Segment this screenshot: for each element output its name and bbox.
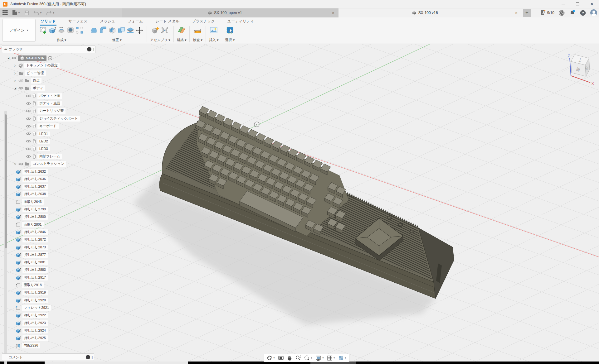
visibility-eye-icon[interactable] <box>18 162 23 165</box>
visibility-eye-icon[interactable] <box>12 56 17 60</box>
feature-label[interactable]: 押し出し2917 <box>22 275 48 280</box>
feature-row-extrude[interactable]: 押し出し2923 <box>2 319 95 327</box>
expander-collapsed-icon[interactable]: ▷ <box>13 162 17 165</box>
minimize-button[interactable] <box>556 0 570 8</box>
browser-node-label[interactable]: ドキュメントの設定 <box>24 63 60 68</box>
browser-row[interactable]: ▷ドキュメントの設定 <box>2 62 95 69</box>
visibility-eye-icon[interactable] <box>26 109 31 113</box>
feature-row-extrude[interactable]: 押し出し2638 <box>2 190 95 198</box>
browser-node-label[interactable]: ジョイスティックポート <box>37 116 80 122</box>
feature-label[interactable]: 押し出し2925 <box>22 335 48 341</box>
visibility-eye-icon[interactable] <box>26 147 31 151</box>
feature-row-extrude[interactable]: 押し出し2919 <box>2 289 95 296</box>
feature-row-extrude[interactable]: 押し出し2877 <box>2 251 95 259</box>
feature-row-extrude[interactable]: 押し出し2883 <box>2 266 95 274</box>
browser-node-label[interactable]: キーボード <box>37 123 59 129</box>
visibility-eye-icon[interactable] <box>26 117 31 120</box>
browser-node-label[interactable]: ビュー管理 <box>25 70 46 76</box>
visibility-eye-icon[interactable] <box>26 140 31 143</box>
extrude-icon[interactable] <box>48 26 56 34</box>
expander-collapsed-icon[interactable]: ▷ <box>13 64 17 67</box>
feature-row-fillet[interactable]: フィレット2921 <box>2 304 95 312</box>
feature-row-extrude[interactable]: 押し出し2637 <box>2 183 95 190</box>
document-tab-inactive[interactable]: SX-100_open v1 × <box>122 8 339 17</box>
tab-close-icon[interactable]: × <box>330 11 337 15</box>
browser-row[interactable]: ジョイスティックポート <box>2 115 95 122</box>
ribbon-tab-solid[interactable]: ソリッド <box>40 18 56 25</box>
feature-label[interactable]: 押し出し2873 <box>22 245 48 250</box>
notifications-bell-icon[interactable] <box>569 10 576 16</box>
pan-icon[interactable] <box>287 355 292 361</box>
feature-row-extrude[interactable]: 押し出し2920 <box>2 297 95 304</box>
close-button[interactable]: ✕ <box>585 0 599 8</box>
combine-icon[interactable] <box>117 26 125 34</box>
move-icon[interactable] <box>135 26 144 34</box>
look-at-icon[interactable] <box>278 355 284 361</box>
visibility-eye-icon[interactable] <box>26 132 31 135</box>
ribbon-group-label[interactable]: 構築 ▾ <box>177 38 187 43</box>
browser-node-label[interactable]: ボディ・底面 <box>37 101 62 106</box>
feature-row-draft[interactable]: 勾配2926 <box>2 342 95 349</box>
feature-row-extrude[interactable]: 押し出し2636 <box>2 175 95 183</box>
ribbon-tab-2[interactable]: メッシュ <box>99 18 116 25</box>
create-sketch-icon[interactable] <box>39 26 47 34</box>
ribbon-group-label[interactable]: 作成 ▾ <box>57 38 66 43</box>
zoom-icon[interactable] <box>295 355 301 361</box>
help-icon[interactable]: ? <box>580 10 586 16</box>
insert-image-icon[interactable] <box>210 26 218 34</box>
browser-node-label[interactable]: 内部フレーム <box>37 154 62 159</box>
feature-row-extrude[interactable]: 押し出し2917 <box>2 274 95 281</box>
new-tab-button[interactable]: + <box>523 9 531 17</box>
feature-label[interactable]: 押し出し2637 <box>22 184 48 189</box>
browser-row[interactable]: ◢SX-100 v16 <box>2 54 95 62</box>
ribbon-tab-4[interactable]: シート メタル <box>155 18 180 25</box>
feature-row-extrude[interactable]: 押し出し2873 <box>2 243 95 251</box>
feature-label[interactable]: 勾配2926 <box>22 343 40 348</box>
panel-grip-icon[interactable]: ∥ <box>93 48 94 51</box>
feature-label[interactable]: 面取り2801 <box>22 222 44 228</box>
browser-node-label[interactable]: LED2 <box>37 139 50 144</box>
browser-node-label[interactable]: LED3 <box>37 146 50 151</box>
visibility-eye-icon[interactable] <box>26 102 31 105</box>
feature-label[interactable]: 押し出し2877 <box>22 252 48 258</box>
feature-label[interactable]: フィレット2921 <box>22 305 51 311</box>
feature-label[interactable]: 押し出し2846 <box>22 229 48 235</box>
activate-radio-icon[interactable] <box>48 56 52 60</box>
browser-row[interactable]: カートリッジ蓋 <box>2 107 95 115</box>
visibility-eye-icon[interactable] <box>26 155 31 158</box>
browser-row[interactable]: LED3 <box>2 145 95 153</box>
clock-icon[interactable] <box>558 10 565 16</box>
feature-row-chamfer[interactable]: 面取り2643 <box>2 198 95 206</box>
browser-node-label[interactable]: カートリッジ蓋 <box>37 108 66 114</box>
ribbon-tab-1[interactable]: サーフェス <box>68 18 88 25</box>
feature-row-extrude[interactable]: 押し出し2924 <box>2 327 95 334</box>
feature-label[interactable]: 面取り2643 <box>22 199 44 205</box>
pattern-icon[interactable] <box>75 26 84 34</box>
visibility-eye-icon[interactable] <box>18 79 23 82</box>
browser-row[interactable]: ▷ビュー管理 <box>2 69 95 77</box>
feature-label[interactable]: 押し出し2922 <box>22 313 48 318</box>
browser-node-label[interactable]: ボディ・上面 <box>37 93 62 99</box>
tab-close-icon[interactable]: × <box>513 11 520 15</box>
restore-button[interactable] <box>570 0 585 8</box>
browser-row[interactable]: ◢ボディ <box>2 84 95 92</box>
hole-icon[interactable] <box>66 26 75 34</box>
feature-label[interactable]: 押し出し2636 <box>22 176 48 182</box>
fillet-tool-icon[interactable] <box>99 26 107 34</box>
feature-row-extrude[interactable]: 押し出し2922 <box>2 312 95 319</box>
document-tab-active[interactable]: SX-100 v16 × <box>338 8 522 17</box>
visibility-eye-icon[interactable] <box>18 87 23 90</box>
offset-face-icon[interactable] <box>126 26 134 34</box>
feature-label[interactable]: 押し出し2638 <box>22 191 48 197</box>
expander-expanded-icon[interactable]: ◢ <box>6 56 10 60</box>
feature-row-extrude[interactable]: 押し出し2632 <box>2 168 95 175</box>
expander-expanded-icon[interactable]: ◢ <box>13 87 17 90</box>
browser-panel-header[interactable]: ◀◀ ブラウザ − ∥ <box>2 46 95 53</box>
feature-label[interactable]: 押し出し2924 <box>22 328 48 333</box>
workspace-selector[interactable]: デザイン ▼ <box>2 19 36 42</box>
expander-collapsed-icon[interactable]: ▷ <box>13 79 17 82</box>
file-new-icon[interactable]: ▼ <box>12 10 20 16</box>
construction-plane-icon[interactable] <box>178 26 186 34</box>
ribbon-group-label[interactable]: 挿入 ▾ <box>209 38 219 43</box>
save-icon[interactable] <box>24 10 29 15</box>
